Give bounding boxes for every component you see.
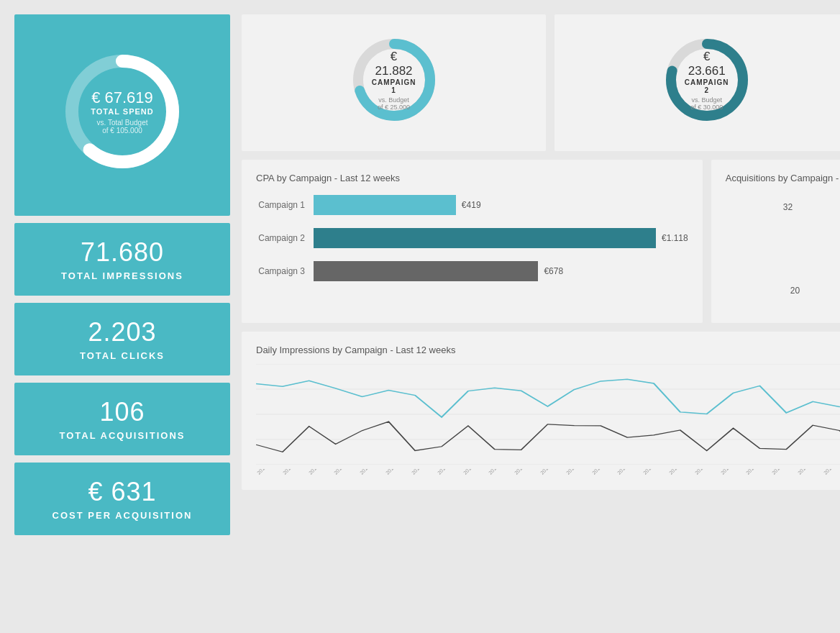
total-spend-sublabel2: of € 105.000	[91, 127, 153, 135]
cpa-card: € 631 COST PER ACQUISITION	[14, 463, 230, 535]
campaign-2-sub: vs. Budget	[683, 96, 730, 104]
line-#444444	[256, 422, 840, 454]
x-label: 2016-02-14	[462, 469, 484, 475]
campaign-2-label: CAMPAIGN 2	[683, 78, 730, 94]
x-label: 2016-02-10	[437, 469, 458, 475]
left-panel: € 67.619 TOTAL SPEND vs. Total Budget of…	[14, 14, 230, 535]
x-label: 2016-03-17	[823, 469, 840, 475]
x-label: 2016-02-26	[591, 469, 613, 475]
x-label: 2016-03-11	[745, 469, 767, 475]
bar-fill-1	[314, 228, 656, 248]
x-label: 2016-01-27	[256, 469, 278, 475]
acquisitions-label: TOTAL ACQUISITIONS	[60, 430, 186, 441]
total-spend-donut: € 67.619 TOTAL SPEND vs. Total Budget of…	[58, 47, 187, 176]
impressions-number: 71.680	[81, 237, 164, 268]
acquisitions-card: 106 TOTAL ACQUISITIONS	[14, 383, 230, 455]
total-spend-label: TOTAL SPEND	[91, 107, 153, 116]
acquisitions-number: 106	[99, 397, 145, 427]
pie-label-20: 20	[790, 286, 800, 296]
bar-label-0: Campaign 1	[256, 200, 314, 210]
x-label: 2016-02-08	[411, 469, 432, 475]
campaign-1-sub: vs. Budget	[370, 96, 417, 104]
bar-fill-0	[314, 195, 456, 215]
bar-row-1: Campaign 2 €1.118	[256, 228, 688, 248]
x-label: 2016-01-31	[333, 469, 355, 475]
bar-label-1: Campaign 2	[256, 233, 314, 243]
acquisitions-chart-title: Acquisitions by Campaign - Last 12 weeks	[726, 173, 840, 183]
charts-row: CPA by Campaign - Last 12 weeks Campaign…	[242, 160, 840, 323]
pie-wrapper: 32 54 20	[726, 195, 840, 310]
cpa-bar-chart-card: CPA by Campaign - Last 12 weeks Campaign…	[242, 160, 703, 323]
dashboard: € 67.619 TOTAL SPEND vs. Total Budget of…	[14, 14, 826, 535]
line-chart-svg	[256, 364, 840, 465]
x-label: 2016-02-16	[488, 469, 509, 475]
line-#5bbfcf	[256, 379, 840, 417]
x-label: 2016-02-24	[565, 469, 587, 475]
campaign-1-center: € 21.882 CAMPAIGN 1 vs. Budget of € 25.0…	[370, 50, 417, 111]
campaign-row: € 21.882 CAMPAIGN 1 vs. Budget of € 25.0…	[242, 14, 840, 151]
total-spend-center: € 67.619 TOTAL SPEND vs. Total Budget of…	[91, 88, 153, 135]
bar-track-2: €678	[314, 261, 688, 281]
bar-value-2: €678	[544, 266, 563, 276]
x-label: 2016-03-13	[771, 469, 793, 475]
impressions-card: 71.680 TOTAL IMPRESSIONS	[14, 223, 230, 296]
campaign-2-amount: € 23.661	[683, 50, 730, 78]
x-label: 2016-03-09	[720, 469, 741, 475]
campaign-2-sub2: of € 30.000	[683, 104, 730, 111]
clicks-card: 2.203 TOTAL CLICKS	[14, 303, 230, 375]
bar-label-2: Campaign 3	[256, 266, 314, 276]
line-chart-card: Daily Impressions by Campaign - Last 12 …	[242, 332, 840, 490]
campaign-1-label: CAMPAIGN 1	[370, 78, 417, 94]
impressions-label: TOTAL IMPRESSIONS	[61, 270, 183, 281]
x-label: 2016-02-06	[385, 469, 406, 475]
right-panel: € 21.882 CAMPAIGN 1 vs. Budget of € 25.0…	[242, 14, 840, 535]
total-spend-sublabel: vs. Total Budget	[91, 119, 153, 127]
bar-row-2: Campaign 3 €678	[256, 261, 688, 281]
bar-fill-2	[314, 261, 538, 281]
cpa-label: COST PER ACQUISITION	[52, 510, 193, 521]
clicks-label: TOTAL CLICKS	[80, 350, 165, 361]
x-label: 2016-03-03	[642, 469, 664, 475]
total-spend-amount: € 67.619	[91, 88, 153, 107]
pie-label-32: 32	[783, 202, 793, 212]
x-label: 2016-01-23	[282, 469, 303, 475]
total-spend-card: € 67.619 TOTAL SPEND vs. Total Budget of…	[14, 14, 230, 216]
campaign-2-center: € 23.661 CAMPAIGN 2 vs. Budget of € 30.0…	[683, 50, 730, 111]
clicks-number: 2.203	[88, 317, 156, 347]
cpa-chart-title: CPA by Campaign - Last 12 weeks	[256, 173, 688, 183]
x-label: 2016-03-07	[694, 469, 716, 475]
x-label: 2016-03-05	[668, 469, 690, 475]
x-label: 2016-02-22	[539, 469, 561, 475]
x-label: 2016-03-01	[616, 469, 638, 475]
cpa-amount: € 631	[88, 477, 156, 507]
bar-row-0: Campaign 1 €419	[256, 195, 688, 215]
x-label: 2016-02-04	[359, 469, 380, 475]
x-axis: 2016-01-272016-01-232016-01-292016-01-31…	[256, 469, 840, 477]
campaign-1-donut: € 21.882 CAMPAIGN 1 vs. Budget of € 25.0…	[347, 33, 441, 127]
bar-value-0: €419	[462, 200, 481, 210]
campaign-2-card: € 23.661 CAMPAIGN 2 vs. Budget of € 30.0…	[554, 14, 840, 151]
bar-value-1: €1.118	[662, 233, 688, 243]
acquisitions-pie-card: Acquisitions by Campaign - Last 12 weeks…	[711, 160, 840, 323]
campaign-1-card: € 21.882 CAMPAIGN 1 vs. Budget of € 25.0…	[242, 14, 546, 151]
x-label: 2016-02-18	[513, 469, 535, 475]
bar-chart-rows: Campaign 1 €419 Campaign 2 €1.118 Campai…	[256, 195, 688, 281]
bar-track-1: €1.118	[314, 228, 688, 248]
campaign-1-sub2: of € 25.000	[370, 104, 417, 111]
x-label: 2016-03-15	[797, 469, 818, 475]
line-chart-title: Daily Impressions by Campaign - Last 12 …	[256, 345, 840, 355]
x-label: 2016-01-29	[308, 469, 329, 475]
campaign-1-amount: € 21.882	[370, 50, 417, 78]
campaign-2-donut: € 23.661 CAMPAIGN 2 vs. Budget of € 30.0…	[660, 33, 754, 127]
bar-track-0: €419	[314, 195, 688, 215]
